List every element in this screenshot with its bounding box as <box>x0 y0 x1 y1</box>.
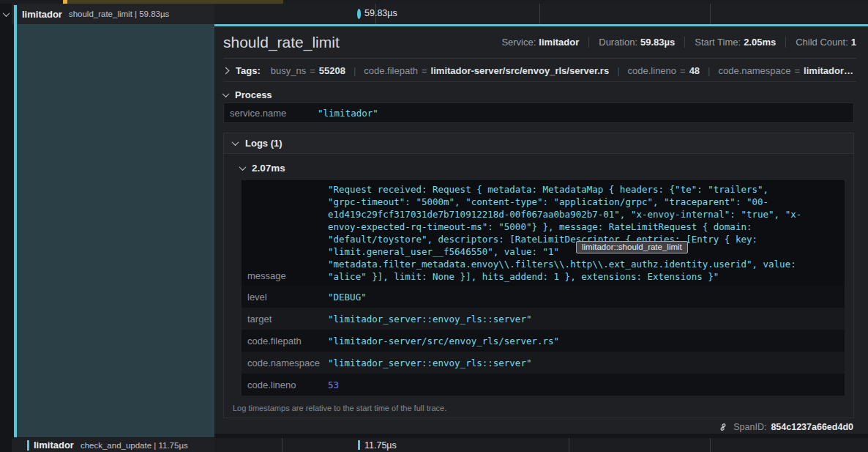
tag-separator: | <box>617 65 619 76</box>
process-kv-row: service.name "limitador" <box>223 103 854 123</box>
kv-value: "limitador" <box>318 108 378 119</box>
meta-service: Service:limitador <box>492 37 588 48</box>
span-timeline-cell[interactable]: 59.83µs <box>214 4 868 24</box>
chevron-right-icon <box>222 67 230 75</box>
span-operation-label: check_and_update | 11.75µs <box>81 441 188 450</box>
timeline-gridline <box>710 4 711 24</box>
kv-key: service.name <box>224 108 318 119</box>
span-name-cell[interactable]: limitador check_and_update | 11.75µs <box>12 438 214 452</box>
tag-code-namespace: code.namespace=limitador… <box>719 65 854 76</box>
log-row-level: level "DEBUG" <box>242 286 845 308</box>
span-duration-label: 11.75µs <box>364 440 397 451</box>
span-service-name: limitador <box>34 440 74 451</box>
chevron-down-icon <box>2 10 10 17</box>
log-kv-table: message "Request received: Request { met… <box>242 180 845 396</box>
log-entry-accordion[interactable]: 2.07ms <box>240 163 285 174</box>
tags-label: Tags: <box>236 65 261 76</box>
span-id-value: 854c1237a66ed4d0 <box>771 422 853 432</box>
span-id-footer: SpanID: 854c1237a66ed4d0 <box>717 421 853 433</box>
span-meta: Service:limitador Duration:59.83µs Start… <box>492 37 856 48</box>
process-label: Process <box>235 89 272 100</box>
span-timeline-cell[interactable]: 11.75µs <box>214 438 868 452</box>
logs-accordion[interactable]: Logs (1) <box>224 133 853 154</box>
process-accordion[interactable]: Process <box>223 88 272 101</box>
chevron-down-icon <box>232 138 239 146</box>
kv-value-message: "Request received: Request { metadata: M… <box>328 183 801 283</box>
selected-span-name-column[interactable] <box>17 24 214 437</box>
log-row-code-lineno: code.lineno 53 <box>242 374 845 396</box>
link-icon[interactable] <box>717 421 729 433</box>
timeline-gridline <box>569 438 569 452</box>
log-row-code-namespace: code.namespace "limitador_server::envoy_… <box>242 352 845 374</box>
trace-detail-view: limitador should_rate_limit | 59.83µs 59… <box>0 0 868 452</box>
tag-separator: | <box>708 65 710 76</box>
span-duration-marker[interactable] <box>358 440 360 450</box>
meta-start-time: Start Time:2.05ms <box>684 37 785 48</box>
log-row-target: target "limitador_server::envoy_rls::ser… <box>242 308 845 330</box>
span-accent-bar <box>27 440 29 451</box>
span-title: should_rate_limit <box>223 34 340 51</box>
tag-separator: | <box>353 65 356 76</box>
chevron-down-icon <box>222 90 230 97</box>
log-row-message: message "Request received: Request { met… <box>242 180 845 286</box>
timeline-gridline <box>539 4 540 24</box>
span-row-should-rate-limit: limitador should_rate_limit | 59.83µs 59… <box>0 4 868 24</box>
logs-label: Logs (1) <box>245 138 283 149</box>
tag-code-filepath: code.filepath=limitador-server/src/envoy… <box>364 65 609 76</box>
logs-section: Logs (1) 2.07ms message "Request receive… <box>223 133 854 418</box>
log-timestamps-note: Log timestamps are relative to the start… <box>233 404 446 412</box>
meta-child-count: Child Count:1 <box>785 37 856 48</box>
timeline-gridline <box>282 438 283 452</box>
log-row-code-filepath: code.filepath "limitador-server/src/envo… <box>242 330 845 352</box>
span-name-cell[interactable]: limitador should_rate_limit | 59.83µs <box>12 4 214 24</box>
span-hover-tooltip: limitador::should_rate_limit <box>576 241 688 253</box>
chevron-down-icon <box>239 163 247 171</box>
kv-key: message <box>242 270 328 283</box>
row-collapse-toggle[interactable] <box>0 4 12 24</box>
tag-busy-ns: busy_ns=55208 <box>271 65 345 76</box>
span-detail-header: should_rate_limit Service:limitador Dura… <box>223 26 856 59</box>
span-id-label: SpanID: <box>733 422 766 432</box>
timeline-gridline <box>710 438 711 452</box>
span-operation-label: should_rate_limit | 59.83µs <box>69 10 169 18</box>
tag-code-lineno: code.lineno=48 <box>628 65 700 76</box>
span-duration-label: 59.83µs <box>364 8 397 18</box>
span-detail-panel: should_rate_limit Service:limitador Dura… <box>214 24 868 434</box>
log-entry-time: 2.07ms <box>252 163 285 174</box>
meta-duration: Duration:59.83µs <box>588 37 684 48</box>
tags-accordion[interactable]: Tags: busy_ns=55208 | code.filepath=limi… <box>223 60 856 82</box>
span-row-check-and-update: limitador check_and_update | 11.75µs 11.… <box>0 438 868 452</box>
tag-list: busy_ns=55208 | code.filepath=limitador-… <box>271 65 853 76</box>
span-duration-marker[interactable] <box>357 9 361 19</box>
span-service-name: limitador <box>22 9 62 20</box>
